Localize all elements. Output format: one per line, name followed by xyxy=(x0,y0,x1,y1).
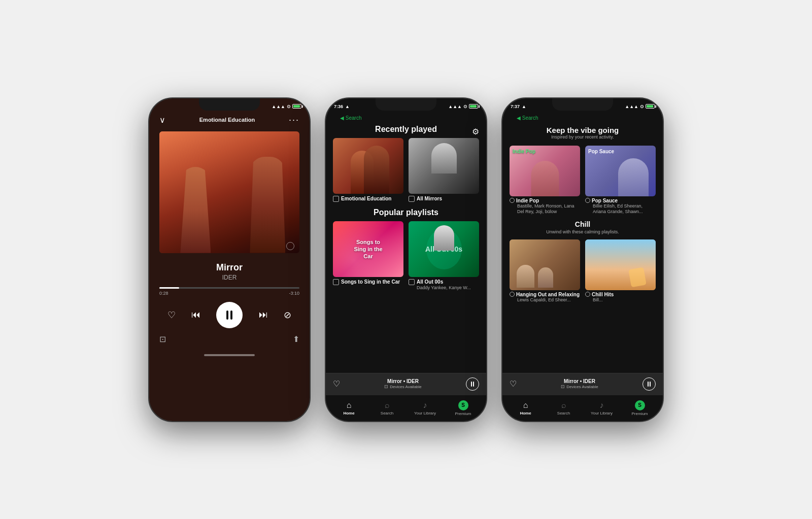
chill-card-hanging-out[interactable]: Hanging Out and Relaxing Lewis Capaldi, … xyxy=(510,239,580,303)
nav-library-2[interactable]: ♪ Your Library xyxy=(406,401,444,416)
search-icon-3: ⌕ xyxy=(561,401,566,410)
signal-icon-1: ▲▲▲ xyxy=(272,104,285,109)
lyrics-icon[interactable] xyxy=(286,242,294,250)
vibe-playlist-icon-pop xyxy=(585,198,590,203)
more-options-icon[interactable]: ··· xyxy=(289,115,299,125)
battery-icon-1 xyxy=(292,104,301,109)
vibe-title: Keep the vibe going xyxy=(510,126,656,134)
vibe-card-indie-pop[interactable]: Indie Pop Indie Pop Bastille, Mark Ronso… xyxy=(510,146,580,215)
home-indicator-1 xyxy=(149,348,310,358)
card-name-emotional: Emotional Education xyxy=(341,196,391,201)
notch-2 xyxy=(376,98,436,111)
wifi-icon-3: ⊙ xyxy=(640,104,644,109)
nav-home-2[interactable]: ⌂ Home xyxy=(330,401,368,416)
chevron-down-icon[interactable]: ∨ xyxy=(159,115,165,125)
nav-premium-3[interactable]: S Premium xyxy=(621,400,659,416)
ban-button[interactable]: ⊘ xyxy=(284,309,291,321)
mini-heart-icon-3[interactable]: ♡ xyxy=(510,379,517,389)
card-img-emotional xyxy=(333,138,403,194)
sub-header-2: ◀ Search ⚙ xyxy=(326,113,486,122)
popular-playlists-cards: Songs to Sing in the Car Songs to Sing i… xyxy=(326,221,486,290)
mini-player-3[interactable]: ♡ Mirror • IDER ⊡ Devices Available xyxy=(502,373,663,395)
playlist-icon-songs-car xyxy=(333,279,339,285)
card-label-emotional: Emotional Education xyxy=(333,196,403,202)
card-img-mirrors xyxy=(409,138,479,194)
vibe-card-sub-indie-pop: Bastille, Mark Ronson, Lana Del Rey, Joj… xyxy=(510,203,580,215)
card-emotional-education[interactable]: Emotional Education xyxy=(333,138,403,202)
vibe-card-sub-pop-sauce: Billie Eilish, Ed Sheeran, Ariana Grande… xyxy=(585,203,656,215)
wifi-icon-1: ⊙ xyxy=(287,104,291,109)
vibe-img-pop-sauce: Pop Sauce xyxy=(585,146,656,196)
vibe-card-pop-sauce[interactable]: Pop Sauce Pop Sauce Billie Eilish, Ed Sh… xyxy=(585,146,656,215)
recently-played-title: Recently played xyxy=(326,122,486,138)
card-all-out-00s[interactable]: All Out 00s All Out 00s Daddy Yankee, Ka… xyxy=(409,221,479,290)
card-all-mirrors[interactable]: All Mirrors xyxy=(409,138,479,202)
vibe-img-indie-pop: Indie Pop xyxy=(510,146,580,196)
time-remaining: -3:10 xyxy=(289,291,299,296)
nav-search-3[interactable]: ⌕ Search xyxy=(545,401,583,416)
chill-card-chill-hits[interactable]: Chill Hits Bill... xyxy=(585,239,656,303)
chill-cards: Hanging Out and Relaxing Lewis Capaldi, … xyxy=(502,237,663,305)
library-icon-3: ♪ xyxy=(600,401,604,410)
signal-icon-3: ▲▲▲ xyxy=(625,104,638,109)
spotify-icon-2: S xyxy=(458,400,468,410)
mini-devices-icon-2: ⊡ xyxy=(384,384,388,389)
pause-button[interactable] xyxy=(216,302,243,328)
mini-devices-3: Devices Available xyxy=(566,385,598,389)
settings-icon[interactable]: ⚙ xyxy=(472,127,479,136)
back-search-button-3[interactable]: ◀ Search xyxy=(510,114,545,122)
track-title: Mirror xyxy=(159,262,299,273)
time-display-2: 7:36 xyxy=(334,104,343,109)
skip-back-button[interactable]: ⏮ xyxy=(191,309,200,320)
devices-icon[interactable]: ⊡ xyxy=(159,334,166,344)
battery-icon-2 xyxy=(469,104,478,109)
skip-forward-button[interactable]: ⏭ xyxy=(259,309,268,320)
share-icon[interactable]: ⬆ xyxy=(293,334,299,344)
mini-heart-icon-2[interactable]: ♡ xyxy=(333,379,340,389)
mini-pause-icon-2 xyxy=(471,382,474,387)
notch-3 xyxy=(552,98,613,111)
mini-pause-button-2[interactable] xyxy=(466,377,479,391)
mini-player-2[interactable]: ♡ Mirror • IDER ⊡ Devices Available xyxy=(326,373,486,395)
home-icon-3: ⌂ xyxy=(523,401,528,410)
status-right-1: ▲▲▲ ⊙ xyxy=(272,104,301,109)
notch-1 xyxy=(199,98,260,111)
vibe-card-name-pop-sauce: Pop Sauce xyxy=(585,198,656,203)
location-icon-3: ▲ xyxy=(522,104,526,109)
premium-label-2: Premium xyxy=(455,411,471,416)
mini-track-2: Mirror • IDER xyxy=(340,378,466,384)
progress-times: 0:28 -3:10 xyxy=(159,291,299,296)
library-label-2: Your Library xyxy=(414,411,436,416)
progress-bar[interactable] xyxy=(159,287,299,289)
card-label-mirrors: All Mirrors xyxy=(409,196,479,202)
search-icon-2: ⌕ xyxy=(385,401,390,410)
search-label-3: Search xyxy=(557,411,570,416)
home-bar xyxy=(204,354,255,356)
bottom-nav-3: ⌂ Home ⌕ Search ♪ Your Library S Premium xyxy=(502,395,663,421)
spotify-icon-3: S xyxy=(635,400,645,410)
album-art xyxy=(159,131,299,253)
card-name-songs-car: Songs to Sing in the Car xyxy=(341,279,400,285)
status-left-2: 7:36 ▲ xyxy=(334,104,350,109)
nav-search-2[interactable]: ⌕ Search xyxy=(368,401,406,416)
back-search-button-2[interactable]: ◀ Search xyxy=(333,114,368,122)
nav-home-3[interactable]: ⌂ Home xyxy=(506,401,545,416)
nav-premium-2[interactable]: S Premium xyxy=(444,400,482,416)
premium-label-3: Premium xyxy=(631,411,648,416)
home-label-3: Home xyxy=(520,411,531,416)
nav-library-3[interactable]: ♪ Your Library xyxy=(583,401,621,416)
recently-played-cards: Emotional Education All Mirrors xyxy=(326,138,486,202)
progress-section[interactable]: 0:28 -3:10 xyxy=(149,284,310,298)
indie-pop-label: Indie Pop xyxy=(513,149,535,154)
mini-pause-button-3[interactable] xyxy=(642,377,656,391)
home-label-2: Home xyxy=(343,411,354,416)
album-title: Emotional Education xyxy=(199,117,255,123)
vibe-subtitle: Inspired by your recent activity. xyxy=(510,134,656,140)
card-label-00s: All Out 00s xyxy=(409,279,479,285)
like-button[interactable]: ♡ xyxy=(167,309,176,321)
pause-bar-right xyxy=(230,310,232,320)
home-icon-2: ⌂ xyxy=(347,401,352,410)
sub-header-3: ◀ Search xyxy=(502,113,663,124)
playlist-icon-emotional xyxy=(333,196,339,202)
card-songs-car[interactable]: Songs to Sing in the Car Songs to Sing i… xyxy=(333,221,403,290)
